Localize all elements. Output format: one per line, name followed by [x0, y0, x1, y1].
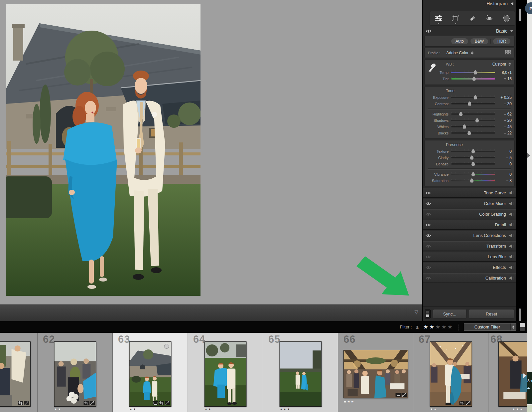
crop-badge-icon[interactable]: [159, 401, 164, 405]
filter-star-3-icon[interactable]: [435, 324, 440, 330]
tint-knob[interactable]: [472, 77, 476, 81]
masking-tool-icon[interactable]: [498, 14, 515, 22]
whites-knob[interactable]: [463, 124, 466, 129]
vibrance-value[interactable]: 0: [495, 172, 512, 177]
filmstrip-cell-66[interactable]: 66: [338, 333, 413, 412]
highlights-knob[interactable]: [459, 112, 463, 116]
highlights-track[interactable]: [451, 113, 495, 115]
saturation-slider[interactable]: Saturation − 8: [425, 177, 514, 184]
texture-track[interactable]: [451, 151, 495, 152]
thumbnail-partial-left[interactable]: [0, 342, 30, 406]
auto-button[interactable]: Auto: [451, 38, 468, 44]
tint-track[interactable]: [451, 78, 495, 80]
filter-preset-caret-icon[interactable]: [510, 323, 516, 330]
whites-value[interactable]: − 45: [495, 124, 512, 129]
collection-badge-icon[interactable]: [153, 401, 158, 405]
clarity-slider[interactable]: Clarity − 5: [425, 154, 514, 161]
tint-value[interactable]: + 15: [495, 77, 512, 81]
lens-corrections-eye-icon[interactable]: [426, 234, 431, 237]
adjustment-badge-icon[interactable]: [465, 401, 470, 405]
whites-track[interactable]: [451, 126, 495, 127]
dehaze-track[interactable]: [451, 163, 495, 165]
filmstrip-cell-62[interactable]: 62: [38, 333, 113, 412]
saturation-track[interactable]: [451, 180, 495, 181]
contrast-value[interactable]: − 30: [495, 102, 512, 106]
vibrance-track[interactable]: [451, 174, 495, 175]
wb-value[interactable]: Custom: [492, 62, 506, 67]
temp-slider[interactable]: Temp 8,071: [425, 69, 514, 76]
adjustment-badge-icon[interactable]: [24, 401, 29, 405]
reset-button[interactable]: Reset: [469, 309, 514, 318]
sync-button[interactable]: Sync...: [433, 309, 466, 318]
filmstrip-cell-68[interactable]: 68 ★★★: [488, 333, 527, 412]
blacks-value[interactable]: − 22: [495, 131, 512, 135]
adjustment-badge-icon[interactable]: [89, 401, 95, 405]
highlights-value[interactable]: − 62: [495, 112, 512, 116]
blacks-knob[interactable]: [467, 131, 471, 135]
clarity-track[interactable]: [451, 157, 495, 158]
exposure-knob[interactable]: [473, 95, 477, 100]
edit-sliders-tool-icon[interactable]: [430, 15, 447, 22]
panel-transform[interactable]: Transform: [423, 241, 516, 251]
develop-canvas[interactable]: [0, 0, 422, 305]
filmstrip-cell-67[interactable]: 67: [413, 333, 488, 412]
star-rating[interactable]: ★★: [430, 408, 438, 411]
hdr-button[interactable]: HDR: [493, 38, 510, 44]
dehaze-value[interactable]: 0: [495, 162, 512, 166]
tint-slider[interactable]: Tint + 15: [425, 76, 514, 82]
star-rating[interactable]: ★★★: [344, 400, 355, 403]
filter-preset-select[interactable]: Custom Filter: [464, 323, 516, 331]
crop-tool-icon[interactable]: [447, 15, 464, 22]
collapse-left-icon[interactable]: [511, 2, 513, 5]
filmstrip-scroll-right-icon[interactable]: [523, 373, 526, 378]
thumbnail-65[interactable]: [280, 342, 321, 406]
histogram-header[interactable]: Histogram: [423, 0, 516, 7]
crop-badge-icon[interactable]: [459, 401, 465, 405]
temp-track[interactable]: [451, 72, 495, 73]
main-photo[interactable]: [6, 4, 200, 296]
panel-tone-curve[interactable]: Tone Curve: [423, 188, 516, 198]
exposure-value[interactable]: + 0.25: [495, 95, 512, 100]
temp-knob[interactable]: [473, 70, 477, 75]
panel-lens-blur[interactable]: Lens Blur: [423, 252, 516, 262]
filter-star-4-icon[interactable]: [442, 324, 447, 330]
dehaze-slider[interactable]: Dehaze 0: [425, 161, 514, 167]
thumbnail-66[interactable]: [343, 350, 408, 398]
adjustment-badge-icon[interactable]: [401, 393, 407, 397]
shadows-value[interactable]: + 20: [495, 118, 512, 123]
filmstrip-cell-partial-left[interactable]: [0, 333, 38, 412]
basic-expand-icon[interactable]: [510, 30, 513, 32]
shadows-knob[interactable]: [475, 118, 479, 122]
clarity-value[interactable]: − 5: [495, 155, 512, 160]
healing-tool-icon[interactable]: [464, 15, 481, 22]
filmstrip-cell-63-active[interactable]: 63: [113, 333, 188, 412]
adjustment-badge-icon[interactable]: [165, 401, 170, 405]
blacks-slider[interactable]: Blacks − 22: [425, 130, 514, 136]
texture-slider[interactable]: Texture 0: [425, 148, 514, 154]
clarity-knob[interactable]: [470, 155, 474, 160]
star-rating[interactable]: ★★★: [512, 408, 523, 411]
exposure-slider[interactable]: Exposure + 0.25: [425, 94, 514, 101]
bw-button[interactable]: B&W: [470, 38, 488, 44]
crop-badge-icon[interactable]: [83, 401, 89, 405]
vibrance-slider[interactable]: Vibrance 0: [425, 171, 514, 177]
thumbnail-63[interactable]: [129, 342, 171, 406]
tone-curve-eye-icon[interactable]: [426, 191, 431, 195]
panel-color-grading[interactable]: Color Grading: [423, 209, 516, 219]
color-mixer-eye-icon[interactable]: [426, 202, 431, 205]
color-grading-eye-icon[interactable]: [426, 213, 431, 216]
profile-caret-icon[interactable]: [471, 51, 473, 55]
basic-eye-icon[interactable]: [426, 29, 432, 33]
blacks-track[interactable]: [451, 132, 495, 134]
shadows-track[interactable]: [451, 120, 495, 121]
profile-browser-icon[interactable]: [505, 50, 511, 56]
effects-eye-icon[interactable]: [426, 266, 431, 269]
texture-knob[interactable]: [471, 149, 475, 153]
autosync-toggle[interactable]: [425, 309, 431, 318]
panel-effects[interactable]: Effects: [423, 263, 516, 272]
filter-star-1-icon[interactable]: [423, 324, 428, 330]
toolbar-chevron-icon[interactable]: ▽: [414, 309, 418, 314]
shadows-slider[interactable]: Shadows + 20: [425, 117, 514, 123]
filmstrip-cell-65[interactable]: 65 ★★★: [263, 333, 338, 412]
contrast-slider[interactable]: Contrast − 30: [425, 101, 514, 107]
